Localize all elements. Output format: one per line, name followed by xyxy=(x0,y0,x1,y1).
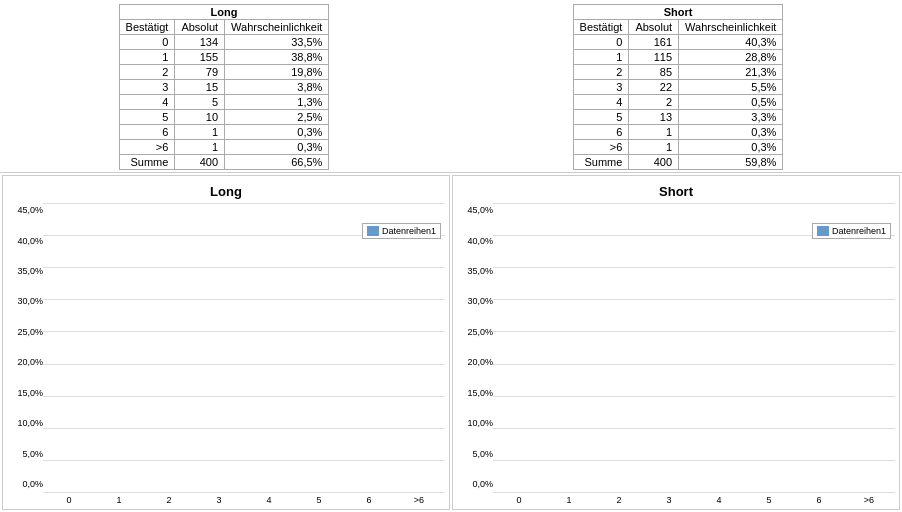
long-row-label: 2 xyxy=(119,65,175,80)
long-chart-title: Long xyxy=(210,184,242,199)
short-y-axis: 0,0%5,0%10,0%15,0%20,0%25,0%30,0%35,0%40… xyxy=(457,203,493,505)
y-label: 20,0% xyxy=(467,357,493,367)
long-row-absolut: 5 xyxy=(175,95,225,110)
long-row-wkeit: 1,3% xyxy=(225,95,329,110)
short-row-absolut: 13 xyxy=(629,110,679,125)
short-row-absolut: 2 xyxy=(629,95,679,110)
short-row-label: 6 xyxy=(573,125,629,140)
short-row-label: Summe xyxy=(573,155,629,170)
short-row-wkeit: 28,8% xyxy=(679,50,783,65)
long-table-row: >6 1 0,3% xyxy=(119,140,329,155)
long-grid-bars xyxy=(43,203,445,493)
short-col-wkeit: Wahrscheinlichkeit xyxy=(679,20,783,35)
x-label: 0 xyxy=(497,495,541,505)
long-row-wkeit: 0,3% xyxy=(225,140,329,155)
short-row-label: 2 xyxy=(573,65,629,80)
short-legend-label: Datenreihen1 xyxy=(832,226,886,236)
long-table-row: 1 155 38,8% xyxy=(119,50,329,65)
short-row-absolut: 85 xyxy=(629,65,679,80)
long-row-label: >6 xyxy=(119,140,175,155)
short-row-absolut: 1 xyxy=(629,125,679,140)
long-row-wkeit: 33,5% xyxy=(225,35,329,50)
short-table-row: 5 13 3,3% xyxy=(573,110,783,125)
long-row-label: 5 xyxy=(119,110,175,125)
short-chart-plot: 0123456>6 xyxy=(493,203,895,505)
short-x-labels: 0123456>6 xyxy=(493,493,895,505)
long-row-absolut: 15 xyxy=(175,80,225,95)
short-col-bestatigt: Bestätigt xyxy=(573,20,629,35)
short-legend-color xyxy=(817,226,829,236)
short-chart-area: 0,0%5,0%10,0%15,0%20,0%25,0%30,0%35,0%40… xyxy=(457,203,895,505)
short-row-wkeit: 0,3% xyxy=(679,140,783,155)
long-chart-plot: 0123456>6 xyxy=(43,203,445,505)
long-legend: Datenreihen1 xyxy=(362,223,441,239)
y-label: 5,0% xyxy=(22,449,43,459)
main-container: Long Bestätigt Absolut Wahrscheinlichkei… xyxy=(0,0,902,512)
long-row-wkeit: 66,5% xyxy=(225,155,329,170)
y-label: 40,0% xyxy=(467,236,493,246)
short-table-row: 3 22 5,5% xyxy=(573,80,783,95)
long-bars xyxy=(43,203,445,493)
short-table-row: >6 1 0,3% xyxy=(573,140,783,155)
y-label: 20,0% xyxy=(17,357,43,367)
short-table: Short Bestätigt Absolut Wahrscheinlichke… xyxy=(573,4,784,170)
y-label: 35,0% xyxy=(17,266,43,276)
short-table-row: 0 161 40,3% xyxy=(573,35,783,50)
long-row-wkeit: 19,8% xyxy=(225,65,329,80)
long-chart-area: 0,0%5,0%10,0%15,0%20,0%25,0%30,0%35,0%40… xyxy=(7,203,445,505)
long-col-absolut: Absolut xyxy=(175,20,225,35)
y-label: 15,0% xyxy=(17,388,43,398)
y-label: 15,0% xyxy=(467,388,493,398)
short-grid-bars xyxy=(493,203,895,493)
x-label: 5 xyxy=(747,495,791,505)
long-row-label: 6 xyxy=(119,125,175,140)
x-label: >6 xyxy=(397,495,441,505)
short-row-absolut: 161 xyxy=(629,35,679,50)
charts-section: Long 0,0%5,0%10,0%15,0%20,0%25,0%30,0%35… xyxy=(0,172,902,512)
y-label: 25,0% xyxy=(467,327,493,337)
long-col-wkeit: Wahrscheinlichkeit xyxy=(225,20,329,35)
x-label: 4 xyxy=(697,495,741,505)
short-row-absolut: 115 xyxy=(629,50,679,65)
short-table-row: 2 85 21,3% xyxy=(573,65,783,80)
short-table-row: Summe 400 59,8% xyxy=(573,155,783,170)
long-table-row: 4 5 1,3% xyxy=(119,95,329,110)
x-label: 1 xyxy=(547,495,591,505)
y-label: 30,0% xyxy=(17,296,43,306)
short-table-row: 4 2 0,5% xyxy=(573,95,783,110)
long-row-label: 4 xyxy=(119,95,175,110)
short-row-wkeit: 0,5% xyxy=(679,95,783,110)
long-col-bestatigt: Bestätigt xyxy=(119,20,175,35)
short-col-absolut: Absolut xyxy=(629,20,679,35)
y-label: 45,0% xyxy=(17,205,43,215)
y-label: 25,0% xyxy=(17,327,43,337)
long-row-wkeit: 0,3% xyxy=(225,125,329,140)
y-label: 0,0% xyxy=(22,479,43,489)
short-row-absolut: 1 xyxy=(629,140,679,155)
short-row-wkeit: 40,3% xyxy=(679,35,783,50)
x-label: 5 xyxy=(297,495,341,505)
short-row-label: 5 xyxy=(573,110,629,125)
long-row-absolut: 400 xyxy=(175,155,225,170)
long-table-row: 0 134 33,5% xyxy=(119,35,329,50)
long-legend-color xyxy=(367,226,379,236)
long-row-label: 1 xyxy=(119,50,175,65)
short-row-absolut: 22 xyxy=(629,80,679,95)
short-row-label: 1 xyxy=(573,50,629,65)
short-chart-container: Short 0,0%5,0%10,0%15,0%20,0%25,0%30,0%3… xyxy=(452,175,900,510)
short-row-wkeit: 21,3% xyxy=(679,65,783,80)
long-table-wrapper: Long Bestätigt Absolut Wahrscheinlichkei… xyxy=(2,4,446,170)
short-table-wrapper: Short Bestätigt Absolut Wahrscheinlichke… xyxy=(456,4,900,170)
short-row-label: 0 xyxy=(573,35,629,50)
long-table-row: 5 10 2,5% xyxy=(119,110,329,125)
short-table-row: 6 1 0,3% xyxy=(573,125,783,140)
x-label: 3 xyxy=(647,495,691,505)
long-table-row: 3 15 3,8% xyxy=(119,80,329,95)
y-label: 5,0% xyxy=(472,449,493,459)
short-chart-title: Short xyxy=(659,184,693,199)
short-row-label: 3 xyxy=(573,80,629,95)
long-row-wkeit: 38,8% xyxy=(225,50,329,65)
x-label: 4 xyxy=(247,495,291,505)
short-row-label: >6 xyxy=(573,140,629,155)
long-row-absolut: 1 xyxy=(175,125,225,140)
